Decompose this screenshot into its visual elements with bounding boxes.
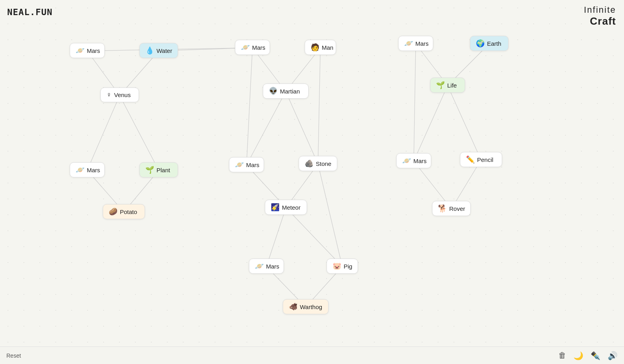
node-venus1[interactable]: ♀Venus (100, 88, 139, 102)
node-emoji-mars3: 🪐 (404, 39, 413, 48)
node-rover1[interactable]: 🐕Rover (432, 201, 471, 216)
trash-icon[interactable]: 🗑 (558, 351, 566, 360)
node-emoji-mars7: 🪐 (255, 262, 264, 271)
node-emoji-life1: 🌱 (436, 81, 445, 90)
node-label-mars1: Mars (87, 47, 100, 54)
node-label-rover1: Rover (449, 205, 465, 212)
node-mars1[interactable]: 🪐Mars (70, 43, 105, 58)
node-pig1[interactable]: 🐷Pig (327, 259, 358, 274)
node-emoji-mars1: 🪐 (76, 46, 84, 55)
node-potato1[interactable]: 🥔Potato (103, 204, 145, 219)
node-emoji-rover1: 🐕 (438, 204, 447, 213)
node-emoji-pencil1: ✏️ (466, 155, 475, 164)
node-label-martian1: Martian (280, 88, 300, 95)
node-stone1[interactable]: 🪨Stone (299, 156, 337, 171)
svg-line-23 (286, 208, 342, 267)
node-meteor1[interactable]: 🌠Meteor (265, 200, 307, 215)
node-label-plant1: Plant (156, 167, 170, 173)
node-label-potato1: Potato (120, 208, 137, 215)
node-martian1[interactable]: 👽Martian (263, 84, 309, 99)
svg-line-22 (266, 208, 286, 267)
sound-icon[interactable]: 🔊 (608, 351, 618, 360)
node-emoji-mars6: 🪐 (402, 156, 411, 165)
svg-line-9 (120, 95, 159, 170)
node-label-mars5: Mars (246, 162, 259, 168)
node-emoji-meteor1: 🌠 (271, 203, 280, 212)
node-label-mars4: Mars (87, 167, 100, 173)
svg-line-16 (414, 86, 448, 161)
node-mars5[interactable]: 🪐Mars (229, 157, 264, 172)
node-earth1[interactable]: 🌍Earth (470, 36, 509, 51)
node-label-stone1: Stone (316, 160, 331, 167)
node-label-mars2: Mars (252, 44, 265, 51)
node-mars4[interactable]: 🪐Mars (70, 162, 105, 177)
node-mars7[interactable]: 🪐Mars (249, 259, 284, 274)
title-line1: Infinite (584, 5, 616, 15)
node-emoji-mars4: 🪐 (76, 165, 84, 174)
node-warthog1[interactable]: 🐗Warthog (283, 299, 329, 314)
app-title: Infinite Craft (584, 5, 616, 28)
node-emoji-earth1: 🌍 (476, 39, 485, 48)
svg-line-13 (246, 91, 286, 165)
svg-line-14 (286, 91, 318, 164)
node-label-warthog1: Warthog (300, 304, 322, 310)
node-emoji-pig1: 🐷 (333, 262, 341, 271)
node-label-mars7: Mars (266, 263, 279, 270)
node-emoji-potato1: 🥔 (109, 207, 117, 216)
svg-line-17 (448, 86, 481, 160)
node-emoji-martian1: 👽 (269, 87, 278, 95)
node-water1[interactable]: 💧Water (139, 43, 178, 58)
node-emoji-man1: 🧑 (311, 43, 319, 52)
feather-icon[interactable]: ✒️ (591, 351, 601, 360)
svg-line-27 (414, 44, 416, 161)
node-man1[interactable]: 🧑Man (305, 40, 336, 55)
node-life1[interactable]: 🌱Life (430, 78, 465, 93)
node-label-water1: Water (156, 47, 172, 54)
title-line2: Craft (584, 15, 616, 27)
node-label-man1: Man (322, 44, 333, 51)
node-emoji-water1: 💧 (145, 46, 154, 55)
moon-icon[interactable]: 🌙 (573, 351, 583, 360)
node-emoji-mars5: 🪐 (235, 160, 244, 169)
toolbar-icons: 🗑 🌙 ✒️ 🔊 (558, 351, 618, 360)
node-pencil1[interactable]: ✏️Pencil (460, 152, 502, 167)
reset-button[interactable]: Reset (6, 352, 21, 359)
node-emoji-venus1: ♀ (106, 91, 112, 99)
node-label-pig1: Pig (344, 263, 352, 270)
node-mars6[interactable]: 🪐Mars (396, 153, 431, 168)
svg-line-26 (318, 164, 342, 267)
node-label-mars6: Mars (413, 158, 426, 164)
logo: NEAL.FUN (7, 7, 53, 17)
node-label-venus1: Venus (114, 91, 131, 98)
node-plant1[interactable]: 🌱Plant (139, 162, 178, 177)
node-label-earth1: Earth (487, 40, 501, 47)
svg-line-12 (246, 48, 252, 165)
bottom-toolbar: Reset 🗑 🌙 ✒️ 🔊 (0, 346, 624, 364)
node-label-life1: Life (447, 82, 457, 89)
node-mars2[interactable]: 🪐Mars (235, 40, 270, 55)
node-label-meteor1: Meteor (282, 204, 301, 211)
node-label-pencil1: Pencil (477, 156, 493, 163)
node-emoji-stone1: 🪨 (305, 159, 313, 168)
svg-line-15 (318, 48, 321, 164)
svg-line-8 (87, 95, 120, 170)
node-label-mars3: Mars (415, 40, 428, 47)
node-emoji-warthog1: 🐗 (289, 302, 297, 311)
node-emoji-mars2: 🪐 (241, 43, 250, 52)
node-emoji-plant1: 🌱 (145, 165, 154, 174)
node-mars3[interactable]: 🪐Mars (398, 36, 433, 51)
